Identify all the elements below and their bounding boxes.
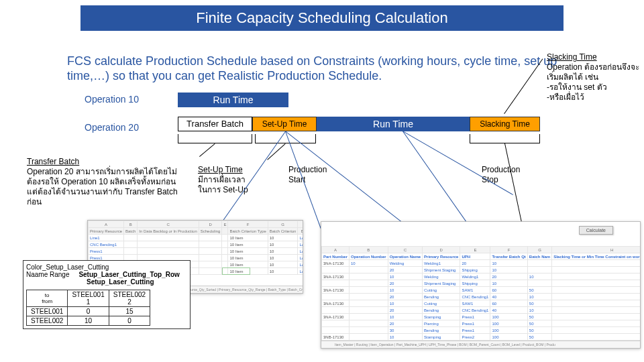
anno-setup-body: มีการเผื่อเวลา ในการ Set-Up [198,175,248,194]
setup-time-bar: Set-Up Time [252,117,317,131]
calculate-button[interactable]: Calculate [579,226,613,235]
slacking-note-head: Slacking Time [547,52,597,62]
anno-setup-head: Set-Up Time [198,165,243,174]
op20-run-bar: Run Time [317,117,470,131]
sheet-right: Calculate ABCDEFGHIJKPart NumberOperatio… [321,221,641,349]
color-box-line1: Color_Setup_Laser_Cutting [26,263,187,271]
anno-transfer-body: Operation 20 สามารถเริ่มการผลิตได้โดยไม่… [27,167,178,206]
op10-run-bar: Run Time [178,93,288,107]
color-box-line4: Setup_Laser_Cutting [87,278,154,286]
slacking-time-bar: Slacking Time [470,117,540,131]
label-op10: Operation 10 [85,94,139,105]
label-op20: Operation 20 [85,122,139,133]
intro-text: FCS calculate Production Schedule based … [67,54,577,83]
page-title: Finite Capacity Scheduling Calculation [80,5,564,31]
color-box-line2: Naame Range [26,271,69,278]
anno-setup: Set-Up Time มีการเผื่อเวลา ในการ Set-Up [198,165,278,195]
color-setup-table: Color_Setup_Laser_Cutting Naame Range Se… [23,260,191,329]
anno-prod-start: Production Start [288,165,349,185]
anno-transfer: Transfer Batch Operation 20 สามารถเริ่มก… [27,157,181,207]
slacking-note-body: Operation ต้องรอก่อนจึงจะเริ่มผลิตได้ เช… [547,62,639,102]
transfer-batch-bar: Transfer Batch [178,117,252,131]
anno-transfer-head: Transfer Batch [27,157,79,166]
color-box-line3: Setup_Laser_Cutting_Top_Row [78,271,179,278]
slacking-note: Slacking Time Operation ต้องรอก่อนจึงจะเ… [547,52,641,103]
